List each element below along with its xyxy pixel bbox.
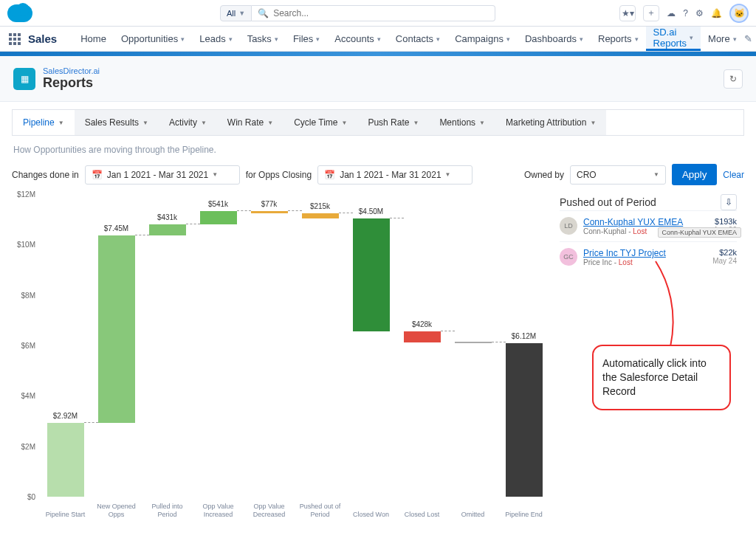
clear-button[interactable]: Clear [723, 170, 744, 180]
salesforce-help-icon[interactable]: ☁ [667, 8, 676, 18]
account-badge: LD [560, 217, 577, 235]
filter-row: Changes done in 📅Jan 1 2021 - Mar 31 202… [12, 164, 744, 185]
panel-title: Pushed out of Period [560, 196, 656, 208]
tab-cycle-time[interactable]: Cycle Time ▼ [284, 110, 357, 135]
avatar[interactable]: 🐱 [729, 4, 749, 23]
chevron-down-icon: ▼ [58, 120, 64, 126]
nav-more[interactable]: More▾ [701, 27, 744, 51]
bar-6[interactable] [353, 218, 390, 331]
gear-icon[interactable]: ⚙ [695, 8, 704, 18]
tab-mentions[interactable]: Mentions ▼ [429, 110, 495, 135]
nav-opportunities[interactable]: Opportunities▾ [114, 27, 192, 51]
apply-button[interactable]: Apply [672, 164, 717, 185]
x-category: Closed Won [349, 511, 394, 519]
bar-label: $7.45M [91, 224, 142, 232]
bar-5[interactable] [302, 213, 339, 218]
chevron-down-icon: ▼ [212, 171, 218, 178]
chevron-down-icon: ▼ [201, 120, 207, 126]
bar-label: $428k [396, 320, 448, 328]
bar-3[interactable] [200, 211, 237, 224]
chevron-down-icon: ▼ [267, 120, 273, 126]
owner-value: CRO [577, 170, 597, 180]
search-input-wrap: 🔍 [252, 5, 495, 21]
chevron-down-icon: ▼ [341, 120, 347, 126]
bar-label: $431k [142, 213, 193, 221]
calendar-icon: 📅 [92, 170, 103, 180]
bar-7[interactable] [404, 331, 441, 342]
chevron-down-icon: ▾ [275, 35, 278, 43]
owner-label: Owned by [524, 170, 564, 180]
chevron-down-icon: ▾ [580, 35, 583, 43]
opp-date: May 24 [712, 257, 737, 265]
bar-label: $541k [193, 200, 244, 208]
bar-label: $4.50M [346, 207, 397, 216]
bar-0[interactable] [47, 423, 84, 497]
edit-nav-icon[interactable]: ✎ [744, 33, 752, 44]
y-tick: $2M [21, 442, 35, 450]
favorites-icon[interactable]: ★▾ [619, 5, 636, 21]
search-scope-selector[interactable]: All▼ [220, 5, 252, 21]
chevron-down-icon: ▾ [690, 34, 693, 41]
help-icon[interactable]: ? [683, 8, 688, 18]
nav-leads[interactable]: Leads▾ [192, 27, 239, 51]
nav-contacts[interactable]: Contacts▾ [388, 27, 447, 51]
nav-accounts[interactable]: Accounts▾ [327, 27, 388, 51]
nav-campaigns[interactable]: Campaigns▾ [447, 27, 518, 51]
chevron-down-icon: ▾ [377, 35, 381, 43]
bar-2[interactable] [149, 224, 186, 235]
report-app-icon: ▦ [13, 68, 35, 90]
x-category: New Opened Opps [94, 503, 139, 519]
date-range-1[interactable]: 📅Jan 1 2021 - Mar 31 2021▼ [85, 165, 240, 185]
opp-row: LDConn-Kuphal YUX EMEAConn-Kuphal - Lost… [560, 210, 737, 241]
tab-marketing-attribution[interactable]: Marketing Attribution ▼ [495, 110, 606, 135]
report-tabs: Pipeline ▼Sales Results ▼Activity ▼Win R… [12, 109, 744, 136]
app-name: Sales [28, 32, 57, 45]
opp-amount: $193k [713, 217, 737, 226]
bar-9[interactable] [506, 343, 543, 497]
opp-link[interactable]: Conn-Kuphal YUX EMEA [583, 217, 707, 227]
opp-row: GCPrice Inc TYJ ProjectPrice Inc - Lost$… [560, 241, 737, 272]
tab-pipeline[interactable]: Pipeline ▼ [13, 110, 75, 135]
download-icon[interactable]: ⇩ [721, 194, 737, 210]
bar-label: $6.12M [498, 332, 550, 340]
nav-home[interactable]: Home [73, 27, 114, 51]
chevron-down-icon: ▼ [590, 120, 596, 126]
page-subtitle: SalesDirector.ai [43, 66, 100, 75]
salesforce-logo [7, 4, 32, 22]
chevron-down-icon: ▾ [229, 35, 233, 43]
tab-sales-results[interactable]: Sales Results ▼ [75, 110, 159, 135]
account-badge: GC [560, 248, 577, 266]
x-category: Pipeline Start [44, 511, 88, 519]
app-launcher-icon[interactable] [9, 33, 21, 45]
bar-1[interactable] [98, 235, 135, 424]
x-category: Pushed out of Period [298, 503, 343, 519]
tab-push-rate[interactable]: Push Rate ▼ [357, 110, 429, 135]
bar-label: $77k [244, 200, 295, 208]
bar-8[interactable] [455, 342, 492, 343]
opp-subtitle: Price Inc - Lost [583, 258, 707, 266]
nav-files[interactable]: Files▾ [286, 27, 327, 51]
x-category: Opp Value Decreased [247, 503, 292, 519]
opp-link[interactable]: Price Inc TYJ Project [583, 248, 707, 258]
tab-activity[interactable]: Activity ▼ [159, 110, 217, 135]
y-tick: $4M [21, 392, 35, 400]
nav-dashboards[interactable]: Dashboards▾ [518, 27, 591, 51]
page-title: Reports [43, 75, 100, 91]
date-range-2[interactable]: 📅Jan 1 2021 - Mar 31 2021▼ [317, 165, 472, 185]
bar-4[interactable] [251, 211, 288, 213]
owner-select[interactable]: CRO▼ [570, 165, 666, 185]
opp-amount: $22k [712, 248, 737, 257]
tab-win-rate[interactable]: Win Rate ▼ [217, 110, 284, 135]
search-input[interactable] [273, 8, 489, 18]
app-nav: Sales HomeOpportunities▾Leads▾Tasks▾File… [0, 27, 756, 52]
refresh-icon[interactable]: ↻ [724, 69, 743, 89]
nav-sd-ai-reports[interactable]: SD.ai Reports▾ [646, 27, 701, 51]
notifications-icon[interactable]: 🔔 [711, 8, 722, 18]
nav-reports[interactable]: Reports▾ [591, 27, 646, 51]
bar-label: $215k [295, 202, 346, 210]
chevron-down-icon: ▾ [733, 35, 737, 43]
callout-annotation: Automatically click into the Salesforce … [592, 345, 731, 410]
header-utility-icons: ★▾ ＋ ☁ ? ⚙ 🔔 🐱 [619, 4, 749, 23]
nav-tasks[interactable]: Tasks▾ [240, 27, 286, 51]
add-icon[interactable]: ＋ [643, 5, 659, 21]
